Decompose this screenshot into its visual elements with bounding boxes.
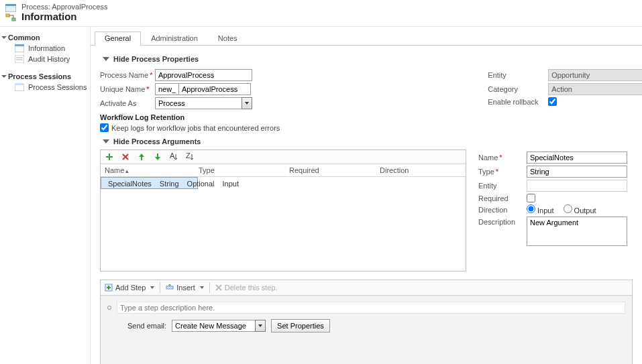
col-type[interactable]: Type xyxy=(195,164,285,176)
entity-label: Entity xyxy=(488,71,548,79)
set-properties-button[interactable]: Set Properties xyxy=(271,319,330,332)
svg-text:Z: Z xyxy=(186,153,191,160)
svg-rect-10 xyxy=(15,83,24,85)
step-description-input[interactable] xyxy=(117,302,625,314)
arg-description-textarea[interactable]: New Argument xyxy=(527,217,627,246)
insert-step-button[interactable]: Insert xyxy=(166,284,204,292)
process-icon xyxy=(5,4,16,12)
unique-name-prefix-input[interactable] xyxy=(155,83,179,95)
send-email-select[interactable]: Create New Message xyxy=(172,320,266,332)
delete-step-button: Delete this step. xyxy=(215,284,278,292)
form-icon xyxy=(15,44,24,52)
svg-rect-1 xyxy=(5,4,16,6)
grid-header: Name Type Required Direction xyxy=(101,164,466,177)
arg-name-label: Name* xyxy=(478,154,527,162)
add-step-icon xyxy=(105,284,113,292)
enable-rollback-label: Enable rollback xyxy=(488,98,548,106)
category-value: Action xyxy=(548,83,642,95)
delete-argument-button[interactable] xyxy=(121,152,130,162)
sort-desc-button[interactable]: Z xyxy=(185,152,195,162)
tab-notes[interactable]: Notes xyxy=(208,32,248,46)
flow-icon xyxy=(5,13,16,21)
arg-description-label: Description xyxy=(478,217,527,226)
window-header: Process: ApprovalProcess Information xyxy=(0,0,642,27)
page-title: Information xyxy=(21,11,107,22)
svg-rect-2 xyxy=(6,14,9,17)
insert-icon xyxy=(166,284,174,292)
sidebar-item-process-sessions[interactable]: Process Sessions xyxy=(3,82,90,93)
add-argument-button[interactable] xyxy=(105,152,114,162)
unique-name-input[interactable] xyxy=(179,83,251,95)
steps-toolbar: Add Step Insert Delete this step. xyxy=(101,280,632,296)
collapse-icon xyxy=(103,57,109,61)
grid-icon xyxy=(15,83,24,91)
category-label: Category xyxy=(488,85,548,93)
keep-logs-label: Keep logs for workflow jobs that encount… xyxy=(111,124,280,132)
sidebar: Common Information Audit History Process… xyxy=(0,27,91,364)
sort-asc-button[interactable]: A xyxy=(169,152,178,162)
col-direction[interactable]: Direction xyxy=(376,164,466,176)
tab-general[interactable]: General xyxy=(95,32,141,46)
entity-value: Opportunity xyxy=(548,69,642,81)
steps-panel: Add Step Insert Delete this step. xyxy=(100,280,633,364)
grid-row[interactable]: SpecialNotes String Optional Input xyxy=(101,177,198,189)
arg-required-checkbox[interactable] xyxy=(527,194,535,202)
sidebar-section-common[interactable]: Common xyxy=(3,32,90,43)
arg-direction-label: Direction xyxy=(478,206,527,214)
process-label: Process: ApprovalProcess xyxy=(21,3,107,11)
move-down-button[interactable] xyxy=(153,152,162,162)
arguments-grid: A Z Name Type Required Direction Special… xyxy=(100,149,466,271)
direction-output-radio[interactable]: Output xyxy=(564,204,596,215)
chevron-down-icon xyxy=(1,75,7,78)
arg-entity-label: Entity xyxy=(478,182,527,190)
enable-rollback-checkbox[interactable] xyxy=(548,97,557,106)
sidebar-section-process-sessions[interactable]: Process Sessions xyxy=(3,71,90,82)
add-step-button[interactable]: Add Step xyxy=(105,284,154,292)
arg-type-select[interactable]: String xyxy=(527,166,627,178)
hide-process-properties-toggle[interactable]: Hide Process Properties xyxy=(103,55,633,63)
chevron-down-icon xyxy=(1,36,7,39)
list-icon xyxy=(15,55,24,63)
step-bullet-icon xyxy=(107,306,111,310)
hide-process-arguments-toggle[interactable]: Hide Process Arguments xyxy=(103,137,633,145)
arg-type-label: Type* xyxy=(478,168,527,176)
arg-required-label: Required xyxy=(478,194,527,202)
process-name-label: Process Name* xyxy=(100,71,155,79)
activate-as-label: Activate As xyxy=(100,99,155,107)
move-up-button[interactable] xyxy=(137,152,146,162)
svg-rect-5 xyxy=(15,44,24,46)
unique-name-label: Unique Name* xyxy=(100,85,155,93)
col-name[interactable]: Name xyxy=(101,164,195,176)
tab-administration[interactable]: Administration xyxy=(141,32,208,46)
sidebar-item-audit-history[interactable]: Audit History xyxy=(3,54,90,64)
tabs: General Administration Notes xyxy=(91,31,642,46)
arg-name-input[interactable] xyxy=(527,151,627,164)
process-name-input[interactable] xyxy=(155,69,252,81)
sidebar-item-information[interactable]: Information xyxy=(3,43,90,54)
collapse-icon xyxy=(103,139,109,143)
delete-icon xyxy=(215,284,222,291)
svg-rect-6 xyxy=(15,55,24,63)
direction-input-radio[interactable]: Input xyxy=(527,204,554,215)
send-email-label: Send email: xyxy=(127,322,166,330)
keep-logs-checkbox[interactable] xyxy=(100,123,109,132)
svg-rect-14 xyxy=(166,286,173,289)
argument-properties-panel: Name* Type* String Entity xyxy=(478,149,633,271)
col-required[interactable]: Required xyxy=(285,164,376,176)
arg-entity-input xyxy=(527,180,627,192)
workflow-log-retention-heading: Workflow Log Retention xyxy=(100,113,280,121)
arguments-toolbar: A Z xyxy=(101,150,466,164)
activate-as-select[interactable]: Process xyxy=(155,97,252,109)
svg-rect-3 xyxy=(12,18,15,21)
